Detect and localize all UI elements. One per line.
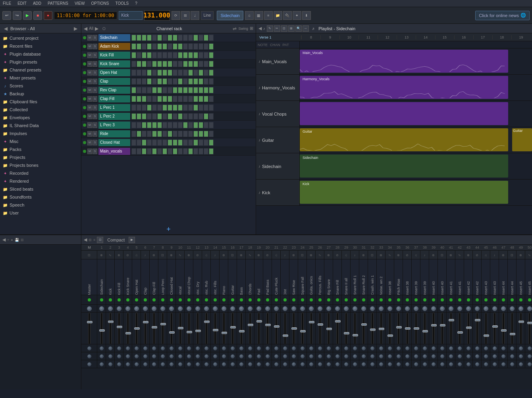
send-knob[interactable] bbox=[335, 346, 339, 350]
fader-cell-12[interactable] bbox=[193, 313, 202, 344]
pad[interactable] bbox=[168, 87, 172, 93]
channel-name[interactable]: Ride bbox=[98, 130, 130, 137]
mixer-cell-mixer-led-row-35[interactable] bbox=[394, 295, 403, 305]
send-knob[interactable] bbox=[501, 362, 505, 366]
channel-name[interactable]: Clap Fill bbox=[98, 95, 130, 102]
mixer-led[interactable] bbox=[257, 298, 260, 301]
channel-name[interactable]: L Perc 1 bbox=[98, 104, 130, 111]
mixer-icon-30[interactable]: ♪ bbox=[351, 251, 359, 259]
pad[interactable] bbox=[204, 113, 208, 120]
news-button[interactable]: Click for online news 🌐 bbox=[475, 11, 530, 20]
mixer-label-38[interactable]: Insert 39 bbox=[420, 259, 429, 295]
pad[interactable] bbox=[131, 87, 136, 93]
mixer-label-48[interactable]: Insert 44 bbox=[508, 259, 517, 295]
mixer-knob[interactable] bbox=[87, 306, 92, 311]
mixer-cell-mixer-send-row2-40[interactable] bbox=[438, 352, 447, 360]
mixer-cell-mixer-knob-row-36[interactable] bbox=[403, 305, 412, 313]
mixer-icon-2[interactable]: ∿ bbox=[106, 251, 115, 259]
pad[interactable] bbox=[193, 78, 198, 85]
pad[interactable] bbox=[131, 70, 136, 76]
mixer-cell-mixer-send-row1-30[interactable] bbox=[351, 344, 359, 352]
mixer-label-32[interactable]: Crash. win 1 bbox=[368, 259, 377, 295]
fader-cell-34[interactable] bbox=[386, 313, 394, 344]
send-knob[interactable] bbox=[440, 346, 444, 350]
pad[interactable] bbox=[157, 131, 162, 137]
mixer-knob[interactable] bbox=[274, 306, 279, 311]
fader-handle[interactable] bbox=[353, 334, 358, 336]
mixer-led[interactable] bbox=[179, 298, 182, 301]
mixer-cell-mixer-send-row1-13[interactable] bbox=[202, 344, 211, 352]
pad[interactable] bbox=[131, 52, 136, 58]
mixer-icon-24[interactable]: ⊡ bbox=[298, 251, 307, 259]
send-knob[interactable] bbox=[204, 362, 208, 366]
pad[interactable] bbox=[204, 104, 208, 111]
mixer-knob[interactable] bbox=[379, 306, 384, 311]
pad[interactable] bbox=[199, 87, 203, 93]
mixer-cell-mixer-led-row-16[interactable] bbox=[228, 295, 237, 305]
sidebar-item-collected[interactable]: 📁 Collected bbox=[0, 106, 81, 114]
fader-handle[interactable] bbox=[248, 324, 253, 326]
pad[interactable] bbox=[173, 104, 177, 111]
pad[interactable] bbox=[199, 35, 203, 41]
pad[interactable] bbox=[152, 61, 157, 67]
send-knob[interactable] bbox=[466, 362, 470, 366]
channel-led[interactable] bbox=[83, 97, 86, 100]
sidebar-forward-button[interactable]: ▶ bbox=[72, 26, 79, 31]
send-knob[interactable] bbox=[117, 346, 121, 350]
pad[interactable] bbox=[183, 87, 188, 93]
mixer-led[interactable] bbox=[301, 298, 304, 301]
mixer-cell-mixer-send-row2-31[interactable] bbox=[359, 352, 368, 360]
send-knob[interactable] bbox=[432, 362, 436, 366]
send-knob[interactable] bbox=[213, 354, 217, 358]
fader-cell-20[interactable] bbox=[263, 313, 272, 344]
pad[interactable] bbox=[157, 43, 162, 50]
send-knob[interactable] bbox=[222, 362, 226, 366]
pad[interactable] bbox=[204, 87, 208, 93]
browser-icon[interactable]: 📁 bbox=[274, 11, 282, 20]
mixer-cell-mixer-send-row2-37[interactable] bbox=[412, 352, 420, 360]
fader-cell-43[interactable] bbox=[464, 313, 473, 344]
mixer-led[interactable] bbox=[388, 298, 391, 301]
pad[interactable] bbox=[173, 148, 177, 155]
mixer-icon-35[interactable]: ⊗ bbox=[394, 251, 403, 259]
pad[interactable] bbox=[199, 43, 203, 50]
mixer-cell-mixer-send-row3-42[interactable] bbox=[455, 360, 464, 368]
pad[interactable] bbox=[178, 78, 183, 85]
mixer-led[interactable] bbox=[528, 298, 531, 301]
sidechain-button[interactable]: Sidechain bbox=[217, 11, 243, 20]
mixer-icon-31[interactable]: ⊛ bbox=[359, 251, 368, 259]
mixer-cell-mixer-send-row2-24[interactable] bbox=[298, 352, 307, 360]
mixer-cell-mixer-send-row3-11[interactable] bbox=[185, 360, 193, 368]
mixer-icon-25[interactable]: ⊕ bbox=[307, 251, 316, 259]
mixer-led[interactable] bbox=[476, 298, 479, 301]
pad[interactable] bbox=[178, 43, 183, 50]
mixer-label-50[interactable]: Insert 45 bbox=[525, 259, 532, 295]
mixer-cell-mixer-send-row3-2[interactable] bbox=[106, 360, 115, 368]
menu-file[interactable]: FILE bbox=[2, 1, 12, 6]
mixer-cell-mixer-knob-row-35[interactable] bbox=[394, 305, 403, 313]
pad[interactable] bbox=[183, 96, 188, 102]
mixer-icon-42[interactable]: ∿ bbox=[455, 251, 464, 259]
mixer-cell-mixer-send-row1-42[interactable] bbox=[455, 344, 464, 352]
send-knob[interactable] bbox=[87, 362, 91, 366]
fader-cell-18[interactable] bbox=[246, 313, 254, 344]
mixer-icon-17[interactable]: ⊕ bbox=[237, 251, 246, 259]
send-knob[interactable] bbox=[353, 346, 357, 350]
mixer-cell-mixer-led-row-9[interactable] bbox=[167, 295, 176, 305]
send-knob[interactable] bbox=[161, 354, 165, 358]
mixer-label-31[interactable]: Snare Roll 2 bbox=[359, 259, 368, 295]
rack-grid-icon[interactable]: ⊞ bbox=[250, 26, 253, 31]
pad[interactable] bbox=[199, 61, 203, 67]
mixer-cell-mixer-send-row3-46[interactable] bbox=[490, 360, 499, 368]
pad[interactable] bbox=[193, 96, 198, 102]
mixer-icon-40[interactable]: ⊡ bbox=[438, 251, 447, 259]
fader-cell-48[interactable] bbox=[508, 313, 517, 344]
pad[interactable] bbox=[183, 78, 188, 85]
mixer-icon-7[interactable]: ⊛ bbox=[150, 251, 158, 259]
piano-roll-icon[interactable]: ♫ bbox=[245, 11, 254, 20]
send-knob[interactable] bbox=[143, 346, 147, 350]
mixer-cell-mixer-send-row3-38[interactable] bbox=[420, 360, 429, 368]
channel-led[interactable] bbox=[83, 115, 86, 118]
mixer-cell-mixer-led-row-36[interactable] bbox=[403, 295, 412, 305]
mixer-cell-mixer-knob-row-22[interactable] bbox=[281, 305, 289, 313]
